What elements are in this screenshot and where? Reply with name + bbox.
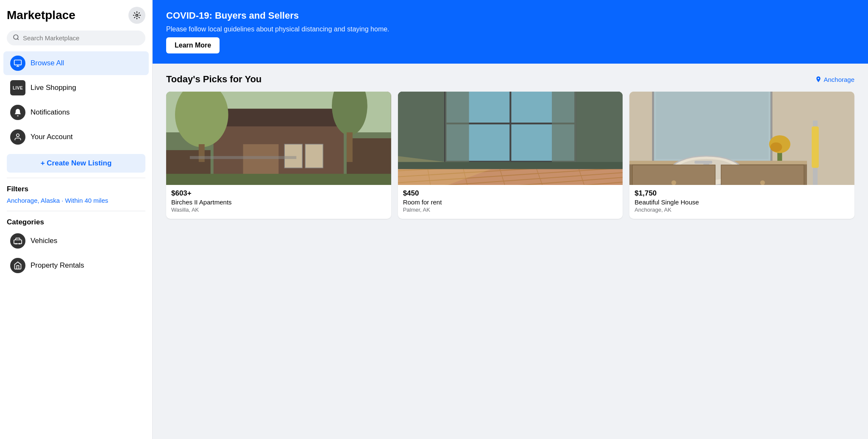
picks-section: Today's Picks for You Anchorage xyxy=(153,64,868,229)
svg-point-61 xyxy=(760,180,765,185)
sidebar-header: Marketplace xyxy=(0,0,152,27)
sidebar-item-live-shopping[interactable]: LIVE Live Shopping xyxy=(3,76,149,100)
listing-image-2 xyxy=(398,92,623,185)
listing-location-3: Anchorage, AK xyxy=(634,207,849,213)
location-icon xyxy=(815,76,822,83)
listing-name-3: Beautiful Single House xyxy=(634,199,849,206)
svg-point-1 xyxy=(14,35,18,39)
listing-info-3: $1,750 Beautiful Single House Anchorage,… xyxy=(629,185,854,219)
listing-image-1 xyxy=(166,92,391,185)
sidebar-item-label: Notifications xyxy=(31,108,70,117)
svg-rect-22 xyxy=(347,132,353,162)
svg-rect-3 xyxy=(14,60,22,65)
banner-description: Please follow local guidelines about phy… xyxy=(166,25,854,33)
sidebar-item-account[interactable]: Your Account xyxy=(3,125,149,149)
listing-location-2: Palmer, AK xyxy=(403,207,618,213)
divider-2 xyxy=(7,211,145,211)
sidebar-item-label: Your Account xyxy=(31,133,73,141)
sidebar-nav: Browse All LIVE Live Shopping Notificati… xyxy=(0,50,152,439)
svg-rect-43 xyxy=(445,92,469,163)
live-shopping-icon: LIVE xyxy=(10,80,25,95)
listing-info-1: $603+ Birches II Apartments Wasilla, AK xyxy=(166,185,391,219)
create-listing-button[interactable]: + Create New Listing xyxy=(7,154,145,173)
svg-point-9 xyxy=(19,243,20,244)
main-content: COVID-19: Buyers and Sellers Please foll… xyxy=(153,0,868,439)
listing-name-1: Birches II Apartments xyxy=(171,199,386,206)
gear-icon xyxy=(133,11,141,20)
svg-rect-7 xyxy=(14,240,22,244)
svg-point-8 xyxy=(16,243,17,244)
learn-more-button[interactable]: Learn More xyxy=(166,37,220,53)
settings-button[interactable] xyxy=(128,7,145,24)
listing-price-3: $1,750 xyxy=(634,189,849,198)
svg-rect-21 xyxy=(199,144,205,162)
browse-all-icon xyxy=(10,56,25,71)
categories-label: Categories xyxy=(0,215,152,228)
covid-banner: COVID-19: Buyers and Sellers Please foll… xyxy=(153,0,868,64)
listing-name-2: Room for rent xyxy=(403,199,618,206)
sidebar-item-label: Vehicles xyxy=(31,237,57,245)
location-text: Anchorage xyxy=(823,76,854,83)
svg-point-66 xyxy=(771,143,782,152)
filters-label: Filters xyxy=(0,182,152,195)
banner-title: COVID-19: Buyers and Sellers xyxy=(166,10,854,21)
svg-rect-44 xyxy=(552,92,577,163)
property-rentals-icon xyxy=(10,258,25,273)
svg-point-0 xyxy=(136,14,138,17)
account-icon xyxy=(10,129,25,145)
sidebar-item-vehicles[interactable]: Vehicles xyxy=(3,229,149,253)
svg-line-2 xyxy=(17,39,19,40)
search-bar[interactable] xyxy=(7,31,145,45)
picks-header: Today's Picks for You Anchorage xyxy=(166,74,854,85)
sidebar-item-label: Browse All xyxy=(31,59,64,67)
svg-rect-23 xyxy=(166,174,391,185)
listing-card-2[interactable]: $450 Room for rent Palmer, AK xyxy=(398,92,623,219)
sidebar-title: Marketplace xyxy=(7,8,75,22)
listing-card-3[interactable]: $1,750 Beautiful Single House Anchorage,… xyxy=(629,92,854,219)
sidebar-item-property-rentals[interactable]: Property Rentals xyxy=(3,254,149,277)
vehicles-icon xyxy=(10,233,25,249)
filter-location[interactable]: Anchorage, Alaska · Within 40 miles xyxy=(0,195,152,207)
listing-location-1: Wasilla, AK xyxy=(171,207,386,213)
svg-rect-46 xyxy=(398,162,623,169)
notifications-icon xyxy=(10,105,25,120)
svg-rect-63 xyxy=(812,126,819,168)
svg-marker-13 xyxy=(214,109,344,126)
sidebar-item-label: Property Rentals xyxy=(31,261,84,270)
sidebar: Marketplace Browse All xyxy=(0,0,153,439)
location-tag[interactable]: Anchorage xyxy=(815,76,854,83)
listing-image-3 xyxy=(629,92,854,185)
listings-grid: $603+ Birches II Apartments Wasilla, AK xyxy=(166,92,854,219)
sidebar-item-label: Live Shopping xyxy=(31,84,76,92)
svg-point-60 xyxy=(671,180,676,185)
listing-price-2: $450 xyxy=(403,189,618,198)
svg-rect-24 xyxy=(190,156,296,159)
svg-point-6 xyxy=(17,134,19,137)
search-input[interactable] xyxy=(23,34,139,42)
svg-rect-57 xyxy=(695,161,712,164)
svg-rect-16 xyxy=(305,144,323,168)
svg-rect-51 xyxy=(656,92,768,159)
listing-card-1[interactable]: $603+ Birches II Apartments Wasilla, AK xyxy=(166,92,391,219)
divider-1 xyxy=(7,178,145,178)
search-icon xyxy=(13,34,19,42)
sidebar-item-browse-all[interactable]: Browse All xyxy=(3,51,149,75)
picks-title: Today's Picks for You xyxy=(166,74,262,85)
sidebar-item-notifications[interactable]: Notifications xyxy=(3,101,149,124)
listing-info-2: $450 Room for rent Palmer, AK xyxy=(398,185,623,219)
listing-price-1: $603+ xyxy=(171,189,386,198)
